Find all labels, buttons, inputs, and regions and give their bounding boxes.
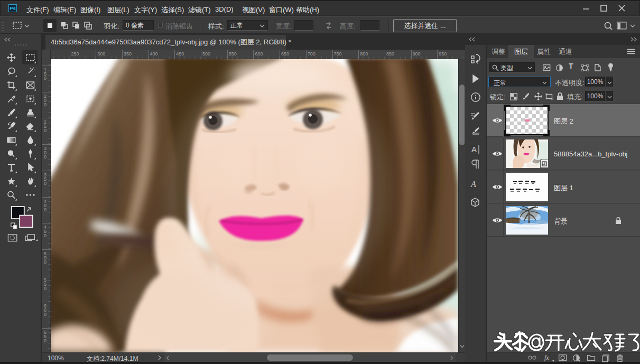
svg-text:A: A xyxy=(470,180,476,189)
svg-text:A: A xyxy=(471,145,477,154)
